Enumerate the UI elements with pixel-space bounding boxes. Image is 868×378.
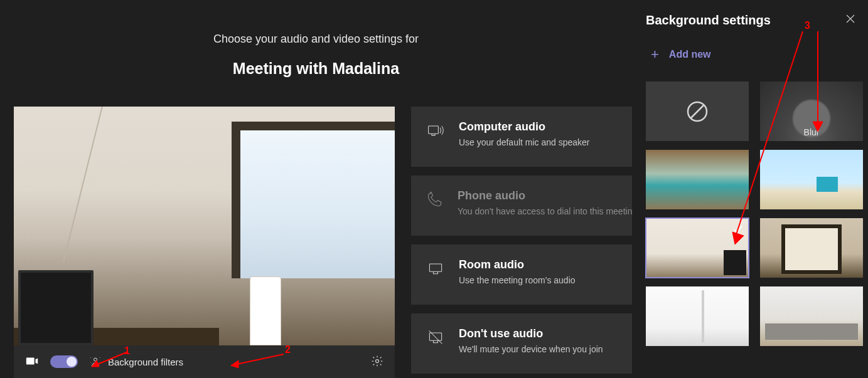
- camera-toggle[interactable]: [50, 355, 78, 368]
- panel-title: Background settings: [646, 13, 771, 28]
- none-icon: [685, 99, 710, 124]
- audio-option-phone: Phone audio You don't have access to dia…: [411, 176, 632, 236]
- audio-option-room[interactable]: Room audio Use the meeting room's audio: [411, 244, 632, 305]
- prejoin-subtitle: Choose your audio and video settings for: [6, 33, 626, 46]
- audio-option-none[interactable]: Don't use audio We'll mute your device w…: [411, 313, 632, 374]
- svg-rect-7: [429, 264, 441, 271]
- add-new-background-button[interactable]: + Add new: [651, 46, 859, 63]
- room-icon: [426, 258, 445, 277]
- background-tile-image-selected[interactable]: [646, 218, 749, 278]
- tile-label: Blur: [760, 127, 863, 137]
- mute-icon: [426, 327, 445, 346]
- background-tile-none[interactable]: [646, 81, 749, 141]
- close-icon: [845, 14, 855, 26]
- plus-icon: +: [651, 46, 659, 63]
- video-preview-card: Background filters 1 2: [14, 107, 395, 378]
- audio-option-desc: You don't have access to dial into this …: [458, 206, 637, 216]
- audio-option-title: Room audio: [459, 258, 576, 271]
- background-tile-image[interactable]: [760, 218, 863, 278]
- background-tile-image[interactable]: [760, 150, 863, 209]
- audio-option-desc: Use your default mic and speaker: [459, 137, 590, 147]
- svg-line-4: [231, 354, 284, 365]
- audio-option-title: Computer audio: [459, 120, 590, 134]
- camera-icon: [25, 354, 39, 370]
- svg-line-13: [690, 105, 704, 118]
- speaker-icon: [426, 120, 445, 139]
- background-filters-button[interactable]: Background filters: [89, 355, 183, 368]
- background-filters-label: Background filters: [108, 357, 183, 367]
- background-grid: Blur: [646, 81, 859, 346]
- preview-toolbar: Background filters 1 2: [14, 345, 395, 378]
- background-tile-image[interactable]: [646, 150, 749, 209]
- svg-rect-8: [429, 333, 441, 340]
- background-settings-panel: Background settings + Add new Blur: [632, 0, 868, 378]
- background-tile-image[interactable]: [646, 286, 749, 346]
- svg-point-1: [375, 359, 378, 362]
- audio-option-desc: Use the meeting room's audio: [459, 275, 576, 285]
- background-tile-image[interactable]: [760, 286, 863, 346]
- audio-options: Computer audio Use your default mic and …: [411, 107, 632, 378]
- background-tile-blur[interactable]: Blur: [760, 81, 863, 141]
- video-preview: [14, 107, 395, 345]
- audio-option-desc: We'll mute your device when you join: [459, 344, 603, 354]
- device-settings-button[interactable]: [371, 355, 383, 369]
- audio-option-title: Phone audio: [458, 189, 637, 202]
- annotation-2: 2: [285, 344, 291, 355]
- svg-marker-5: [231, 360, 238, 368]
- svg-point-0: [94, 358, 97, 361]
- svg-rect-6: [429, 126, 439, 134]
- audio-option-title: Don't use audio: [459, 327, 603, 340]
- check-icon: [732, 223, 744, 237]
- phone-icon: [426, 189, 444, 208]
- audio-option-computer[interactable]: Computer audio Use your default mic and …: [411, 107, 632, 167]
- annotation-arrow-2: [223, 352, 286, 370]
- add-new-label: Add new: [669, 49, 711, 60]
- close-panel-button[interactable]: [842, 11, 859, 29]
- meeting-title: Meeting with Madalina: [6, 60, 626, 78]
